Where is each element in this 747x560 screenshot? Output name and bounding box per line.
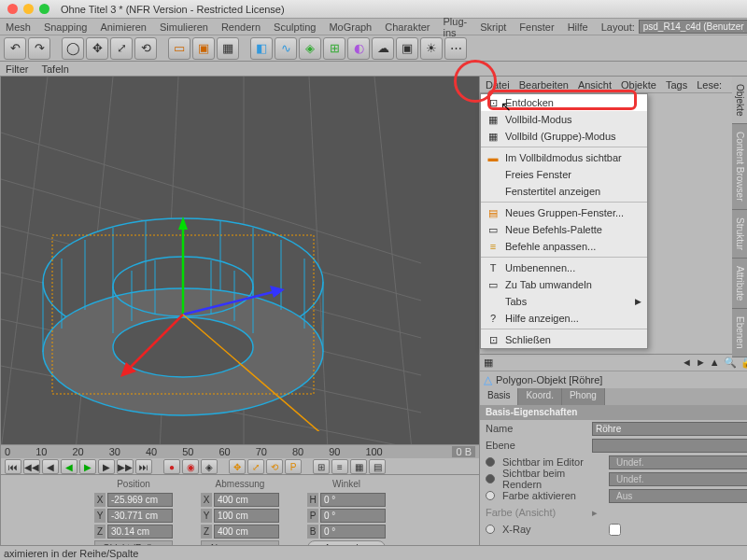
vis-render-radio[interactable] [486,474,495,483]
xray-checkbox[interactable] [609,524,621,536]
ctx-hilfe-anzeigen-[interactable]: ?Hilfe anzeigen... [481,310,647,327]
record-button[interactable]: ● [163,459,180,474]
render-region-button[interactable]: ▣ [192,37,215,60]
sidetab-layers[interactable]: Ebenen [732,309,747,357]
menu-help[interactable]: Hilfe [568,21,588,33]
vis-editor-select[interactable]: Undef. [609,455,747,469]
menu-simulate[interactable]: Simulieren [160,21,208,33]
key-pos-button[interactable]: ✥ [229,459,246,474]
render-button[interactable]: ▭ [168,37,190,60]
key-scale-button[interactable]: ⤢ [247,459,264,474]
subbar-panels[interactable]: Tafeln [41,63,68,75]
ctx-vollbild-modus[interactable]: ▦Vollbild-Modus [481,111,647,128]
nav-fwd-icon[interactable]: ► [696,357,706,369]
next-key-button[interactable]: ▶▶ [117,459,134,474]
menu-sculpting[interactable]: Sculpting [274,21,316,33]
autokey-button[interactable]: ◉ [182,459,199,474]
select-tool[interactable]: ◯ [62,37,84,60]
color-enable-radio[interactable] [486,491,495,500]
prev-key-button[interactable]: ◀◀ [23,459,40,474]
panel-menu-bookmarks[interactable]: Lese: [697,79,722,91]
light-tool[interactable]: ☀ [420,37,443,60]
xray-radio[interactable] [486,525,495,534]
prop-name-input[interactable] [592,422,747,436]
ext-2-button[interactable]: ≡ [331,459,348,474]
menu-window[interactable]: Fenster [519,21,554,33]
panel-menu-view[interactable]: Ansicht [578,79,612,91]
scale-tool[interactable]: ⤢ [110,37,133,60]
ang-p-input[interactable] [320,509,386,523]
deformer-tool[interactable]: ◐ [347,37,370,60]
ext-4-button[interactable]: ▤ [369,459,386,474]
ext-1-button[interactable]: ⊞ [313,459,330,474]
goto-start-button[interactable]: ⏮ [5,459,21,474]
sidetab-content[interactable]: Content Browser [732,124,747,209]
nav-up-icon[interactable]: ▲ [710,357,720,369]
spline-tool[interactable]: ∿ [275,37,297,60]
ctx-im-vollbildmodus-sichtbar[interactable]: ▬Im Vollbildmodus sichtbar [481,149,647,166]
ctx-neue-befehls-palette[interactable]: ▭Neue Befehls-Palette [481,221,647,238]
menu-snapping[interactable]: Snapping [44,21,88,33]
cube-primitive[interactable]: ◧ [250,37,273,60]
tab-phong[interactable]: Phong [562,388,605,405]
menu-render[interactable]: Rendern [221,21,261,33]
menu-animate[interactable]: Animieren [100,21,147,33]
sidetab-structure[interactable]: Struktur [732,210,747,259]
prev-frame-button[interactable]: ◀ [42,459,59,474]
dim-z-input[interactable] [214,525,279,539]
panel-menu-edit[interactable]: Bearbeiten [519,79,569,91]
menu-mesh[interactable]: Mesh [6,21,31,33]
ctx-befehle-anpassen-[interactable]: ≡Befehle anpassen... [481,238,647,255]
menu-mograph[interactable]: MoGraph [329,21,372,33]
timeline-ruler[interactable]: 010 2030 4050 6070 8090 100 0 B [1,445,479,458]
vis-editor-radio[interactable] [486,457,495,467]
ctx-umbenennen-[interactable]: TUmbenennen... [481,259,647,276]
close-window[interactable] [7,4,18,14]
prop-layer-input[interactable] [592,439,747,453]
menu-plugins[interactable]: Plug-ins [444,16,468,38]
layout-select[interactable]: psd_R14_c4d (Benutzer) [639,20,747,34]
nav-back-icon[interactable]: ◄ [682,357,692,369]
panel-menu-tags[interactable]: Tags [666,79,687,91]
array-tool[interactable]: ⊞ [323,37,345,60]
vis-render-select[interactable]: Undef. [609,472,747,486]
sidetab-attributes[interactable]: Attribute [732,259,747,309]
move-tool[interactable]: ✥ [86,37,108,60]
tab-basis[interactable]: Basis [480,388,518,405]
ctx-entdocken[interactable]: ⊡Entdocken [481,94,647,111]
undo-button[interactable]: ↶ [4,37,26,60]
key-rot-button[interactable]: ⟲ [266,459,283,474]
ext-3-button[interactable]: ▦ [350,459,367,474]
ctx-schlie-en[interactable]: ⊡Schließen [481,331,647,348]
ang-b-input[interactable] [320,525,386,539]
camera-tool[interactable]: ▣ [396,37,418,60]
redo-button[interactable]: ↷ [28,37,50,60]
key-param-button[interactable]: P [285,459,302,474]
ctx-neues-gruppen-fenster-[interactable]: ▤Neues Gruppen-Fenster... [481,204,647,221]
environment-tool[interactable]: ☁ [372,37,394,60]
play-backward-button[interactable]: ◀ [61,459,78,474]
next-frame-button[interactable]: ▶ [98,459,115,474]
more-tool[interactable]: ⋯ [444,37,467,60]
ang-h-input[interactable] [320,493,386,507]
key-options-button[interactable]: ◈ [201,459,218,474]
pos-y-input[interactable] [107,509,173,523]
search-icon[interactable]: 🔍 [724,357,737,369]
torus-object[interactable] [38,170,337,431]
nurbs-tool[interactable]: ◈ [299,37,321,60]
goto-end-button[interactable]: ⏭ [135,459,152,474]
tab-coord[interactable]: Koord. [518,388,561,405]
mode-icon[interactable]: ▦ [484,357,493,369]
dim-x-input[interactable] [214,493,279,507]
pos-x-input[interactable] [107,493,173,507]
pos-z-input[interactable] [107,525,173,539]
panel-menu-objects[interactable]: Objekte [621,79,656,91]
ctx-tabs[interactable]: Tabs▶ [481,293,647,310]
minimize-window[interactable] [23,4,34,14]
subbar-filter[interactable]: Filter [6,63,28,75]
zoom-window[interactable] [39,4,49,14]
ctx-freies-fenster[interactable]: Freies Fenster [481,166,647,183]
ctx-vollbild-gruppe-modus[interactable]: ▦Vollbild (Gruppe)-Modus [481,128,647,145]
viewport[interactable] [1,77,479,444]
play-forward-button[interactable]: ▶ [79,459,96,474]
